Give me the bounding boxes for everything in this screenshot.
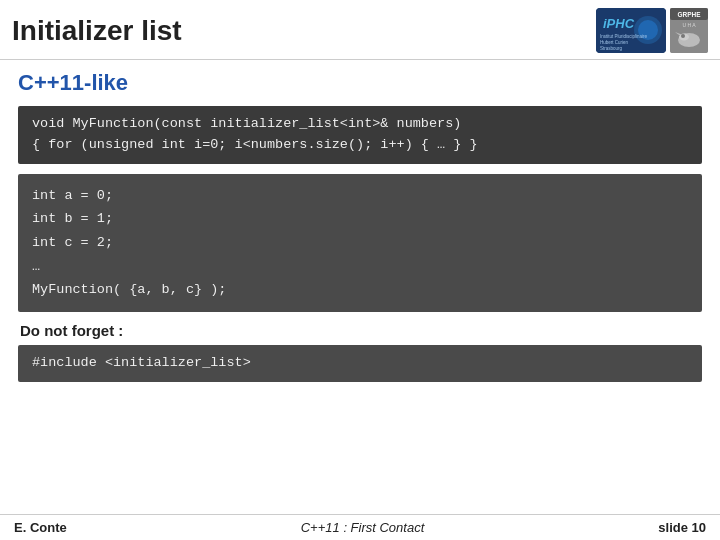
code-line-1: void MyFunction(const initializer_list<i… xyxy=(32,114,688,135)
code-block-usage: int a = 0; int b = 1; int c = 2; … MyFun… xyxy=(18,174,702,312)
footer: E. Conte C++11 : First Contact slide 10 xyxy=(0,514,720,540)
code-block-include: #include <initializer_list> xyxy=(18,345,702,382)
footer-author: E. Conte xyxy=(14,520,67,535)
code-include-line: #include <initializer_list> xyxy=(32,353,688,374)
code-block-function: void MyFunction(const initializer_list<i… xyxy=(18,106,702,164)
code-line-d: … xyxy=(32,255,688,279)
svg-point-14 xyxy=(681,34,685,38)
grphe-logo: GRPHE U H A xyxy=(670,8,708,53)
do-not-forget-label: Do not forget : xyxy=(18,322,702,339)
code-line-e: MyFunction( {a, b, c} ); xyxy=(32,278,688,302)
main-content: C++11-like void MyFunction(const initial… xyxy=(0,60,720,382)
svg-text:GRPHE: GRPHE xyxy=(677,11,701,18)
code-line-a: int a = 0; xyxy=(32,184,688,208)
iphc-logo: iPHC Institut Pluridisciplinaire Hubert … xyxy=(596,8,666,53)
page-title: Initializer list xyxy=(12,15,182,47)
footer-title: C++11 : First Contact xyxy=(301,520,425,535)
code-line-c: int c = 2; xyxy=(32,231,688,255)
slide-subtitle: C++11-like xyxy=(18,70,702,96)
code-line-2: { for (unsigned int i=0; i<numbers.size(… xyxy=(32,135,688,156)
svg-text:Strasbourg: Strasbourg xyxy=(600,46,623,51)
svg-text:iPHC: iPHC xyxy=(603,16,635,31)
svg-text:Hubert Curien: Hubert Curien xyxy=(600,40,629,45)
svg-text:Institut Pluridisciplinaire: Institut Pluridisciplinaire xyxy=(600,34,648,39)
header: Initializer list iPHC Institut Pluridisc… xyxy=(0,0,720,60)
code-line-b: int b = 1; xyxy=(32,207,688,231)
svg-text:U H A: U H A xyxy=(682,22,696,28)
footer-slide: slide 10 xyxy=(658,520,706,535)
logo-area: iPHC Institut Pluridisciplinaire Hubert … xyxy=(596,8,708,53)
